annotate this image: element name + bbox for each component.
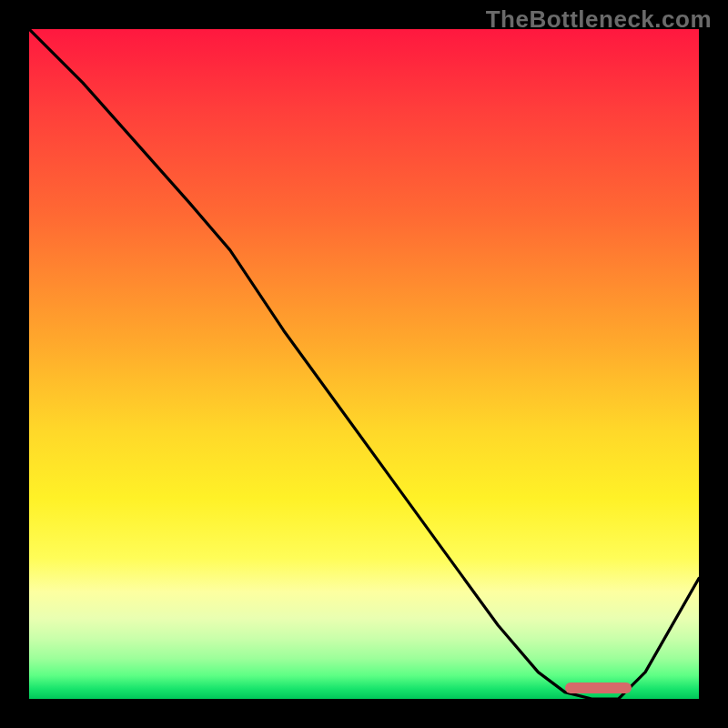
optimum-marker [565, 682, 632, 693]
curve-svg [29, 29, 699, 699]
bottleneck-curve-path [29, 29, 699, 699]
chart-frame: TheBottleneck.com [0, 0, 728, 728]
plot-area [29, 29, 699, 699]
